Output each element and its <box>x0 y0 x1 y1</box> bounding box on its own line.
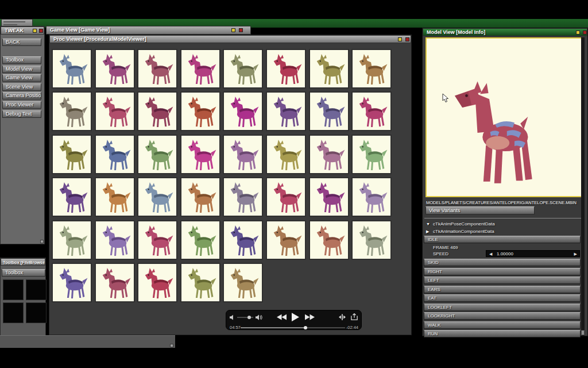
file-thumbnail-slot[interactable] <box>3 279 24 300</box>
creature-cell[interactable] <box>223 220 263 260</box>
creature-cell[interactable] <box>52 91 92 131</box>
creature-cell[interactable] <box>137 177 177 217</box>
file-thumbnail-slot[interactable] <box>3 302 24 323</box>
creature-cell[interactable] <box>52 220 92 260</box>
creature-cell[interactable] <box>137 91 177 131</box>
creature-cell[interactable] <box>309 91 349 131</box>
creature-cell[interactable] <box>266 91 306 131</box>
creature-cell[interactable] <box>180 177 220 217</box>
file-thumbnail-slot[interactable] <box>26 279 47 300</box>
sidebar-button-proc-viewer[interactable]: Proc Viewer <box>2 101 41 109</box>
proc-viewer-titlebar[interactable]: Proc Viewer [ProceduralModelViewer] <box>49 35 411 43</box>
creature-cell[interactable] <box>309 220 349 260</box>
toolbox-titlebar[interactable]: Toolbox [FileBrowser] <box>1 258 45 266</box>
creature-cell[interactable] <box>266 177 306 217</box>
sidebar-button-toolbox[interactable]: Toolbox <box>2 56 41 64</box>
creature-cell[interactable] <box>52 49 92 89</box>
creature-cell[interactable] <box>266 220 306 260</box>
creature-cell[interactable] <box>309 177 349 217</box>
creature-cell[interactable] <box>95 177 135 217</box>
creature-cell[interactable] <box>351 91 392 131</box>
loud-speaker-icon[interactable] <box>256 314 262 321</box>
creature-cell[interactable] <box>52 263 92 302</box>
fast-forward-button[interactable] <box>305 314 315 320</box>
model-3d-viewport[interactable] <box>425 37 583 197</box>
scrollbar-track[interactable] <box>581 37 585 336</box>
minimize-button[interactable] <box>398 37 402 41</box>
sidebar-button-scene-view[interactable]: Scene View <box>2 83 41 91</box>
sidebar-button-debug-text[interactable]: Debug Text <box>2 110 41 118</box>
seek-bar-thumb[interactable] <box>304 326 307 329</box>
close-button[interactable] <box>583 30 587 34</box>
spinner-increment-icon[interactable]: ▶ <box>574 251 577 257</box>
anim-bar-eat[interactable]: EAT <box>424 294 581 302</box>
resize-grip[interactable] <box>40 240 44 243</box>
minimize-button[interactable] <box>33 29 37 33</box>
creature-cell[interactable] <box>95 135 135 174</box>
sidebar-button-model-view[interactable]: Model View <box>2 66 41 73</box>
anim-bar-idle[interactable]: IDLE <box>424 236 581 243</box>
creature-cell[interactable] <box>95 220 135 260</box>
creature-cell[interactable] <box>223 263 263 302</box>
scrollbar-handle[interactable] <box>581 330 585 335</box>
creature-cell[interactable] <box>351 220 392 260</box>
rewind-button[interactable] <box>277 314 287 320</box>
creature-cell[interactable] <box>137 263 177 302</box>
creature-cell[interactable] <box>52 135 92 174</box>
creature-cell[interactable] <box>95 91 135 131</box>
creature-cell[interactable] <box>309 49 349 89</box>
fullscreen-icon[interactable] <box>339 314 346 320</box>
creature-cell[interactable] <box>180 49 220 89</box>
creature-cell[interactable] <box>351 177 392 217</box>
creature-cell[interactable] <box>309 135 349 174</box>
creature-cell[interactable] <box>351 135 392 174</box>
creature-cell[interactable] <box>266 49 306 89</box>
spinner-decrement-icon[interactable]: ◀ <box>489 251 492 257</box>
anim-bar-left[interactable]: LEFT <box>424 277 581 284</box>
play-button[interactable] <box>292 313 299 321</box>
volume-slider[interactable] <box>237 317 253 318</box>
creature-cell[interactable] <box>95 263 135 302</box>
speed-spinner[interactable]: ◀ 1.00000 ▶ <box>486 250 580 257</box>
creature-cell[interactable] <box>223 91 263 131</box>
creature-cell[interactable] <box>351 49 392 89</box>
minimize-button[interactable] <box>231 28 235 32</box>
tweak-titlebar[interactable]: TWEAK <box>1 26 44 34</box>
creature-cell[interactable] <box>223 135 263 174</box>
creature-cell[interactable] <box>137 49 177 89</box>
anim-bar-run[interactable]: RUN <box>424 330 581 338</box>
close-button[interactable] <box>239 28 243 32</box>
creature-cell[interactable] <box>137 135 177 174</box>
creature-cell[interactable] <box>95 49 135 89</box>
sidebar-button-camera-position[interactable]: Camera Position <box>2 92 41 99</box>
export-icon[interactable] <box>351 313 358 320</box>
anim-bar-skid[interactable]: SKID <box>424 259 581 266</box>
creature-cell[interactable] <box>52 177 92 217</box>
volume-slider-thumb[interactable] <box>247 316 251 319</box>
component-row[interactable]: ▶cTkAnimationComponentData <box>426 229 494 234</box>
creature-cell[interactable] <box>180 220 220 260</box>
component-row[interactable]: ▼cTkAnimPoseComponentData <box>426 221 495 227</box>
creature-cell[interactable] <box>223 177 263 217</box>
file-thumbnail-slot[interactable] <box>26 302 47 323</box>
view-variants-button[interactable]: View Variants <box>425 206 535 214</box>
anim-bar-walk[interactable]: WALK <box>424 321 581 329</box>
sidebar-button-game-view[interactable]: Game View <box>2 74 41 82</box>
chevron-down-icon[interactable]: ▼ <box>426 222 433 226</box>
minimize-button[interactable] <box>576 30 580 34</box>
back-button[interactable]: BACK <box>2 39 41 46</box>
anim-bar-right[interactable]: RIGHT <box>424 268 581 275</box>
anim-bar-lookleft[interactable]: LOOKLEFT <box>424 304 581 311</box>
creature-cell[interactable] <box>180 263 220 302</box>
anim-bar-ears[interactable]: EARS <box>424 286 581 293</box>
close-button[interactable] <box>39 29 43 33</box>
resize-grip[interactable] <box>170 344 173 347</box>
creature-cell[interactable] <box>180 91 220 131</box>
close-button[interactable] <box>405 37 409 41</box>
model-view-titlebar[interactable]: Model View [Model Info] <box>423 28 587 36</box>
seek-bar[interactable] <box>241 327 345 328</box>
creature-cell[interactable] <box>223 49 263 89</box>
toolbox-button[interactable]: Toolbox <box>2 269 45 277</box>
mute-speaker-icon[interactable] <box>230 315 235 320</box>
anim-bar-lookright[interactable]: LOOKRIGHT <box>424 312 581 320</box>
